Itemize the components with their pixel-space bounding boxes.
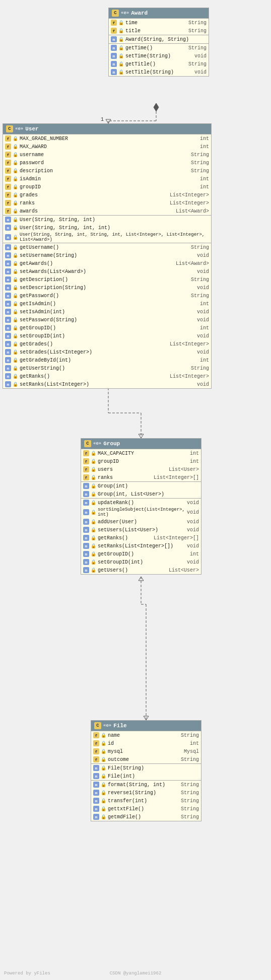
group-method-setranks: m 🔒 setRanks(List<Integer>[]) void [81, 542, 201, 550]
file-method-getmdfile: m 🔒 getmdFile() String [91, 813, 201, 821]
group-constructors: m 🔒 Group(int) m 🔒 Group(int, List<User>… [81, 481, 201, 498]
group-title: Group [103, 441, 120, 447]
award-method-gettime-icon: m [111, 45, 117, 51]
svg-text:1: 1 [101, 117, 104, 122]
award-field-time-name: time [125, 20, 187, 26]
award-method-gettitle-return: String [188, 61, 207, 67]
group-header: C «e» Group [81, 439, 201, 449]
user-method-setisadmin: m 🔒 setIsAdmin(int) void [3, 308, 211, 316]
user-field-maxgrade-type: int [200, 136, 209, 142]
file-method-transfer: m 🔒 transfer(int) String [91, 797, 201, 805]
user-field-maxgrade-name: MAX_GRADE_NUMBER [20, 136, 198, 142]
user-method-getranks: m 🔒 getRanks() List<Integer> [3, 372, 211, 380]
file-methods: m 🔒 format(String, int) String m 🔒 rever… [91, 780, 201, 821]
file-title: File [113, 723, 126, 729]
award-field-title: f 🔒 title String [109, 27, 209, 35]
group-field-users: f 🔒 users List<User> [81, 465, 201, 473]
group-method-setusers: m 🔒 setUsers(List<User>) void [81, 526, 201, 534]
award-field-time-icon: f [111, 20, 117, 26]
file-field-id: f 🔒 id int [91, 739, 201, 747]
award-field-title-lock: 🔒 [118, 28, 124, 34]
award-method-settitle: m 🔒 setTitle(String) void [109, 68, 209, 76]
user-class: C «e» User f 🔒 MAX_GRADE_NUMBER int f 🔒 … [3, 123, 212, 389]
svg-marker-9 [139, 434, 144, 438]
user-methods: m 🔒 getUsername() String m 🔒 setUsername… [3, 243, 211, 388]
file-field-outcome: f 🔒 outcome String [91, 755, 201, 763]
user-field-maxgrade: f 🔒 MAX_GRADE_NUMBER int [3, 134, 211, 143]
award-title: Award [131, 10, 148, 16]
user-method-getawards: m 🔒 getAwards() List<Award> [3, 259, 211, 267]
user-constructor-3: m 🔒 User(String, String, int, String, in… [3, 232, 211, 243]
user-constructor-2: m 🔒 User(String, String, int, int) [3, 224, 211, 232]
user-method-setgroupid: m 🔒 setGroupID(int) void [3, 332, 211, 340]
group-stereotype: «e» [93, 441, 101, 446]
user-constructor-1: m 🔒 User(String, String, int) [3, 216, 211, 224]
award-method-settitle-icon: m [111, 69, 117, 75]
award-method-settitle-lock: 🔒 [118, 69, 124, 75]
file-constructors: m 🔒 File(String) m 🔒 File(int) [91, 763, 201, 780]
award-method-settime-return: void [194, 53, 207, 59]
award-method-settime-lock: 🔒 [118, 53, 124, 59]
group-method-getusers: m 🔒 getUsers() List<User> [81, 566, 201, 574]
file-class-icon: C [94, 722, 101, 729]
award-constructor-1: m 🔒 Award(String, String) [109, 35, 209, 43]
award-method-gettime-name: getTime() [125, 45, 187, 51]
file-fields: f 🔒 name String f 🔒 id int f 🔒 mysql Mys… [91, 731, 201, 763]
award-constructor-1-name: Award(String, String) [125, 37, 207, 42]
user-method-setpassword: m 🔒 setPassword(String) void [3, 316, 211, 324]
award-method-gettime-return: String [188, 45, 207, 51]
award-constructor-1-icon: m [111, 36, 117, 42]
group-method-updaterank: m 🔒 updateRank() void [81, 499, 201, 507]
user-method-setgrades: m 🔒 setGrades(List<Integer>) void [3, 348, 211, 356]
user-method-getusername: m 🔒 getUsername() String [3, 243, 211, 251]
award-constructors: m 🔒 Award(String, String) [109, 35, 209, 43]
user-method-setranks: m 🔒 setRanks(List<Integer>) void [3, 380, 211, 388]
user-method-getuserstring: m 🔒 getUserString() String [3, 364, 211, 372]
user-field-isadmin: f 🔒 isAdmin int [3, 175, 211, 183]
award-field-time-type: String [188, 20, 207, 26]
file-field-name: f 🔒 name String [91, 731, 201, 739]
user-field-groupid: f 🔒 groupID int [3, 183, 211, 191]
user-field-username: f 🔒 username String [3, 151, 211, 159]
svg-marker-4 [106, 119, 111, 123]
group-constructor-1: m 🔒 Group(int) [81, 482, 201, 490]
group-field-ranks: f 🔒 ranks List<Integer>[] [81, 473, 201, 481]
award-method-gettitle: m 🔒 getTitle() String [109, 60, 209, 68]
group-method-getranks: m 🔒 getRanks() List<Integer>[] [81, 534, 201, 542]
award-class-icon: C [112, 10, 119, 17]
award-fields: f 🔒 time String f 🔒 title String [109, 18, 209, 35]
user-method-setdescription: m 🔒 setDescription(String) void [3, 284, 211, 292]
group-method-setgroupid: m 🔒 setGroupID(int) void [81, 558, 201, 566]
award-method-settitle-return: void [194, 69, 207, 75]
group-field-groupid: f 🔒 groupID int [81, 457, 201, 465]
group-fields: f 🔒 MAX_CAPACITY int f 🔒 groupID int f 🔒… [81, 449, 201, 481]
user-field-ranks: f 🔒 ranks List<Integer> [3, 199, 211, 207]
user-method-setusername: m 🔒 setUsername(String) void [3, 251, 211, 259]
award-field-title-icon: f [111, 28, 117, 34]
user-field-maxaward: f 🔒 MAX_AWARD int [3, 143, 211, 151]
user-field-description: f 🔒 description String [3, 167, 211, 175]
watermark-csdn: CSDN @yanglamei1962 [110, 971, 162, 976]
user-stereotype: «e» [15, 126, 23, 131]
user-field-awards: f 🔒 awards List<Award> [3, 207, 211, 215]
user-title: User [25, 126, 38, 132]
group-constructor-2: m 🔒 Group(int, List<User>) [81, 490, 201, 498]
user-header: C «e» User [3, 124, 211, 134]
award-method-settitle-name: setTitle(String) [125, 69, 193, 75]
file-stereotype: «e» [103, 723, 111, 728]
group-methods: m 🔒 updateRank() void m 🔒 sortSingleSubj… [81, 498, 201, 574]
user-method-getgrades: m 🔒 getGrades() List<Integer> [3, 340, 211, 348]
file-method-format: m 🔒 format(String, int) String [91, 781, 201, 789]
user-field-grades: f 🔒 grades List<Integer> [3, 191, 211, 199]
group-method-getgroupid: m 🔒 getGroupID() int [81, 550, 201, 558]
award-field-title-name: title [125, 28, 187, 34]
award-methods: m 🔒 getTime() String m 🔒 setTime(String)… [109, 43, 209, 76]
award-field-title-type: String [188, 28, 207, 34]
award-method-gettitle-name: getTitle() [125, 61, 187, 67]
user-fields: f 🔒 MAX_GRADE_NUMBER int f 🔒 MAX_AWARD i… [3, 134, 211, 215]
user-method-getisadmin: m 🔒 getIsAdmin() int [3, 300, 211, 308]
award-method-settime-icon: m [111, 53, 117, 59]
svg-marker-15 [139, 577, 144, 581]
user-class-icon: C [6, 125, 13, 132]
group-class-icon: C [84, 440, 91, 447]
